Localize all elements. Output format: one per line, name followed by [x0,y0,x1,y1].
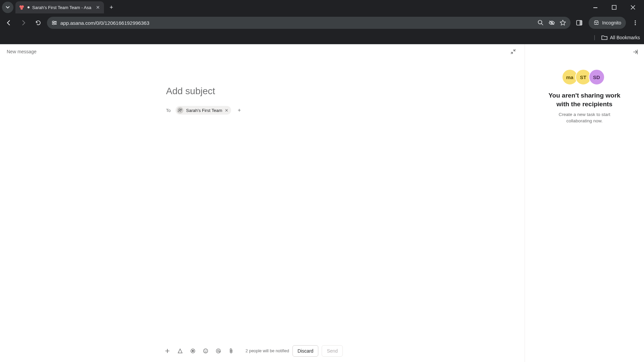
svg-point-5 [53,21,54,22]
plus-icon [165,348,170,354]
browser-toolbar: Incognito [0,15,644,31]
notify-count-text: 2 people will be notified [246,349,289,353]
zoom-icon[interactable] [538,20,544,26]
attach-file-button[interactable] [227,347,235,355]
unsaved-indicator-icon [28,6,30,8]
svg-rect-1 [612,5,616,9]
subject-input[interactable] [166,86,367,97]
bookmarks-bar: | All Bookmarks [0,31,644,44]
svg-point-13 [635,22,636,23]
sidebar-heading-line: You aren't sharing work [548,92,620,99]
record-icon [190,348,196,354]
message-main-panel: New message To Sarah's First Team ✕ [0,44,525,362]
window-maximize-button[interactable] [609,2,619,12]
svg-point-22 [216,349,221,353]
remove-recipient-button[interactable]: ✕ [225,108,228,113]
site-settings-icon [52,20,57,25]
arrow-left-icon [6,20,12,26]
svg-point-23 [217,350,219,352]
incognito-hat-icon [593,20,599,26]
new-tab-button[interactable]: + [107,3,116,12]
tab-search-button[interactable] [2,2,13,13]
maximize-icon [612,5,616,10]
record-video-button[interactable] [189,347,197,355]
incognito-indicator[interactable]: Incognito [589,17,626,29]
kebab-icon [633,20,638,25]
svg-point-8 [538,20,542,24]
insert-object-button[interactable] [164,347,171,355]
discard-button[interactable]: Discard [292,345,318,357]
nav-reload-button[interactable] [32,17,44,29]
triangle-icon [177,348,183,354]
page-title: New message [7,49,37,54]
browser-menu-button[interactable] [629,17,641,29]
arrow-right-icon [20,20,26,26]
address-bar[interactable] [47,17,571,29]
asana-favicon-icon [19,5,25,10]
collapse-right-icon [632,49,638,55]
close-sidebar-button[interactable] [632,49,638,55]
window-close-button[interactable] [628,2,638,12]
browser-tabstrip: Sarah's First Team Team - Asa ✕ + [0,0,644,15]
svg-point-18 [192,350,194,352]
send-button[interactable]: Send [322,345,343,357]
paperclip-icon [228,348,234,354]
folder-icon [601,35,607,40]
at-icon [216,348,221,354]
avatar: SD [589,69,605,85]
side-panel-icon [576,20,582,26]
bookmark-star-icon[interactable] [560,20,566,26]
url-input[interactable] [60,20,534,26]
close-tab-button[interactable]: ✕ [96,5,100,10]
svg-point-14 [635,24,636,25]
all-bookmarks-button[interactable]: All Bookmarks [601,35,640,40]
reload-icon [35,20,41,26]
recipient-chip-label: Sarah's First Team [186,108,222,113]
window-minimize-button[interactable] [590,2,600,12]
emoji-button[interactable] [202,347,209,355]
tab-title: Sarah's First Team Team - Asa [32,5,91,10]
people-icon [177,107,183,114]
incognito-label: Incognito [602,20,621,25]
svg-point-21 [206,350,207,351]
svg-point-6 [55,22,56,23]
close-icon [631,5,635,10]
svg-point-16 [180,109,182,110]
svg-point-19 [204,349,208,353]
nav-back-button[interactable] [3,17,15,29]
recipient-chip[interactable]: Sarah's First Team ✕ [175,106,231,115]
svg-point-12 [635,20,636,21]
incognito-eye-icon[interactable] [548,20,555,26]
sidebar-heading: You aren't sharing work with the recipie… [533,91,636,108]
svg-rect-11 [580,20,582,25]
contract-icon [511,49,516,54]
smiley-icon [203,348,208,354]
mention-button[interactable] [215,347,222,355]
browser-tab[interactable]: Sarah's First Team Team - Asa ✕ [15,1,104,13]
nav-forward-button[interactable] [17,17,30,29]
compose-footer: 2 people will be notified Discard Send [164,345,518,357]
minimize-icon [593,5,598,10]
bookmarks-separator: | [594,35,595,41]
sidebar-body-line: Create a new task to start [559,112,610,117]
plus-icon: + [110,4,113,11]
sidebar-body: Create a new task to start collaborating… [533,112,636,124]
collapse-fullscreen-button[interactable] [508,47,518,56]
svg-point-15 [178,109,180,111]
chevron-down-icon [6,5,10,9]
to-label: To [166,108,171,113]
recipient-avatars: ma ST SD [533,69,636,85]
sidebar-heading-line: with the recipients [556,101,612,108]
svg-point-7 [53,23,54,25]
side-panel-button[interactable] [573,17,585,29]
ai-assist-button[interactable] [176,347,184,355]
svg-rect-0 [593,7,597,8]
add-recipient-button[interactable]: + [236,107,243,113]
context-sidebar: ma ST SD You aren't sharing work with th… [525,44,644,362]
sidebar-body-line: collaborating now. [566,118,602,123]
all-bookmarks-label: All Bookmarks [610,35,640,40]
svg-point-20 [205,350,205,351]
